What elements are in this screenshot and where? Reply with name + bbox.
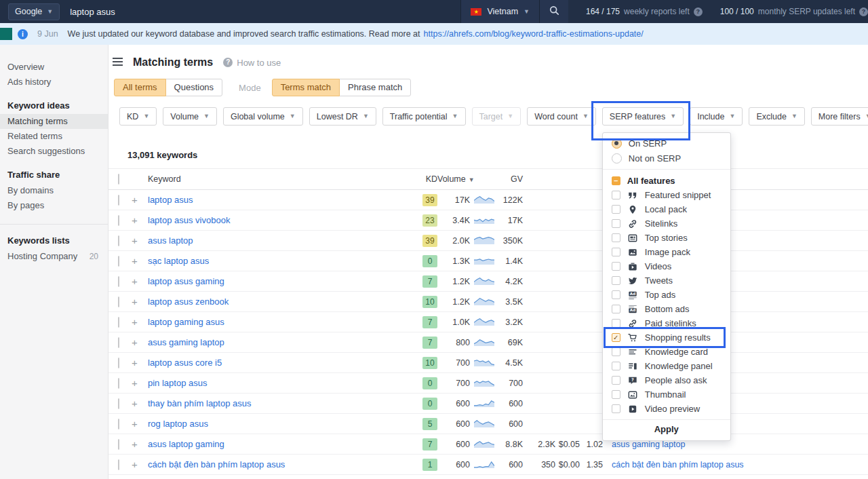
keyword-link[interactable]: laptop asus [148, 195, 193, 205]
add-to-list-button[interactable]: + [132, 235, 148, 246]
word-count-filter[interactable]: Word count▼ [527, 107, 596, 126]
more-filters-filter[interactable]: More filters▼ [811, 107, 868, 126]
sidebar-item-ads-history[interactable]: Ads history [0, 75, 108, 90]
search-button[interactable] [540, 0, 568, 23]
feature-checkbox[interactable] [612, 248, 620, 256]
feature-checkbox[interactable]: ✓ [612, 333, 620, 342]
traffic-potential-filter[interactable]: Traffic potential▼ [382, 107, 466, 126]
add-to-list-button[interactable]: + [132, 215, 148, 225]
row-checkbox[interactable] [118, 317, 119, 328]
serp-feature-tweets[interactable]: Tweets [603, 273, 730, 288]
serp-feature-shopping-results[interactable]: ✓Shopping results [603, 330, 730, 345]
all-features-toggle[interactable]: –All features [603, 173, 730, 188]
add-to-list-button[interactable]: + [132, 296, 148, 307]
feature-checkbox[interactable] [612, 404, 620, 413]
sidebar-item-hosting-company[interactable]: Hosting Company20 [0, 249, 108, 264]
sidebar-item-overview[interactable]: Overview [0, 60, 108, 75]
keyword-link[interactable]: laptop gaming asus [148, 317, 224, 327]
parent-topic-link[interactable]: cách bật đèn bàn phím laptop asus [612, 460, 744, 470]
serp-feature-thumbnail[interactable]: Thumbnail [603, 387, 730, 402]
add-to-list-button[interactable]: + [132, 317, 148, 327]
sidebar-item-related-terms[interactable]: Related terms [0, 129, 108, 144]
serp-radio-on-serp[interactable]: On SERP [603, 136, 730, 151]
keyword-link[interactable]: cách bật đèn bàn phím laptop asus [148, 459, 285, 470]
feature-checkbox[interactable] [612, 347, 620, 356]
serp-features-filter[interactable]: SERP features▼ [602, 107, 684, 126]
row-checkbox[interactable] [118, 276, 119, 287]
column-header-gv[interactable]: GV [498, 174, 523, 184]
feature-checkbox[interactable] [612, 219, 620, 228]
target-filter[interactable]: Target▼ [472, 107, 521, 126]
add-to-list-button[interactable]: + [132, 195, 148, 205]
add-to-list-button[interactable]: + [132, 378, 148, 388]
feature-checkbox[interactable] [612, 205, 620, 214]
select-all-checkbox[interactable] [118, 174, 119, 185]
serp-feature-videos[interactable]: Videos [603, 259, 730, 273]
sidebar-item-matching-terms[interactable]: Matching terms [0, 114, 108, 129]
keyword-link[interactable]: laptop asus core i5 [148, 358, 222, 368]
feature-checkbox[interactable] [612, 290, 620, 299]
feature-checkbox[interactable] [612, 276, 620, 285]
serp-feature-sitelinks[interactable]: Sitelinks [603, 216, 730, 231]
feature-checkbox[interactable] [612, 362, 620, 370]
row-checkbox[interactable] [118, 256, 119, 267]
include-filter[interactable]: Include▼ [690, 107, 743, 126]
serp-feature-people-also-ask[interactable]: ?People also ask [603, 373, 730, 387]
volume-filter[interactable]: Volume▼ [163, 107, 217, 126]
add-to-list-button[interactable]: + [132, 276, 148, 286]
row-checkbox[interactable] [118, 419, 119, 429]
serp-feature-video-preview[interactable]: Video preview [603, 402, 730, 416]
add-to-list-button[interactable]: + [132, 337, 148, 347]
apply-button[interactable]: Apply [603, 419, 730, 438]
keyword-link[interactable]: asus gaming laptop [148, 337, 224, 347]
tab-all-terms[interactable]: All terms [114, 79, 166, 96]
feature-checkbox[interactable] [612, 305, 620, 313]
add-to-list-button[interactable]: + [132, 419, 148, 429]
keyword-link[interactable]: asus laptop gaming [148, 439, 224, 449]
search-engine-selector[interactable]: Google ▼ [8, 3, 60, 20]
column-header-volume[interactable]: Volume▼ [437, 174, 470, 184]
keyword-link[interactable]: laptop asus gaming [148, 276, 224, 286]
serp-feature-image-pack[interactable]: Image pack [603, 245, 730, 259]
kd-filter[interactable]: KD▼ [119, 107, 157, 126]
lowest-dr-filter[interactable]: Lowest DR▼ [309, 107, 376, 126]
row-checkbox[interactable] [118, 459, 119, 470]
announcement-link[interactable]: https://ahrefs.com/blog/keyword-traffic-… [424, 29, 644, 39]
sidebar-item-search-suggestions[interactable]: Search suggestions [0, 144, 108, 159]
add-to-list-button[interactable]: + [132, 256, 148, 266]
feature-checkbox[interactable] [612, 191, 620, 199]
row-checkbox[interactable] [118, 337, 119, 348]
serp-feature-bottom-ads[interactable]: AdBottom ads [603, 302, 730, 316]
keyword-link[interactable]: thay bàn phím laptop asus [148, 398, 252, 408]
serp-feature-knowledge-card[interactable]: Knowledge card [603, 345, 730, 359]
keyword-link[interactable]: asus laptop [148, 235, 193, 246]
serp-feature-featured-snippet[interactable]: Featured snippet [603, 188, 730, 202]
search-input[interactable]: laptop asus [70, 7, 460, 17]
serp-feature-local-pack[interactable]: Local pack [603, 202, 730, 216]
sidebar-item-by-pages[interactable]: By pages [0, 198, 108, 213]
column-header-keyword[interactable]: Keyword [148, 174, 395, 184]
row-checkbox[interactable] [118, 398, 119, 409]
sidebar-item-by-domains[interactable]: By domains [0, 183, 108, 198]
add-to-list-button[interactable]: + [132, 358, 148, 368]
keyword-link[interactable]: rog laptop asus [148, 419, 208, 429]
how-to-use-link[interactable]: ? How to use [223, 58, 281, 68]
help-icon[interactable]: ? [859, 7, 868, 16]
feature-checkbox[interactable] [612, 390, 620, 399]
keyword-link[interactable]: laptop asus zenbook [148, 296, 229, 307]
row-checkbox[interactable] [118, 378, 119, 389]
help-icon[interactable]: ? [694, 7, 703, 16]
feature-checkbox[interactable] [612, 262, 620, 271]
country-selector[interactable]: ★ Vietnam ▼ [461, 0, 539, 23]
row-checkbox[interactable] [118, 215, 119, 226]
menu-hamburger-icon[interactable] [113, 56, 123, 69]
add-to-list-button[interactable]: + [132, 459, 148, 470]
feature-checkbox[interactable] [612, 319, 620, 328]
global-volume-filter[interactable]: Global volume▼ [223, 107, 303, 126]
serp-radio-not-on-serp[interactable]: Not on SERP [603, 151, 730, 166]
serp-feature-top-ads[interactable]: AdTop ads [603, 288, 730, 302]
add-to-list-button[interactable]: + [132, 398, 148, 408]
row-checkbox[interactable] [118, 195, 119, 206]
keyword-link[interactable]: sạc laptop asus [148, 256, 209, 266]
exclude-filter[interactable]: Exclude▼ [749, 107, 804, 126]
